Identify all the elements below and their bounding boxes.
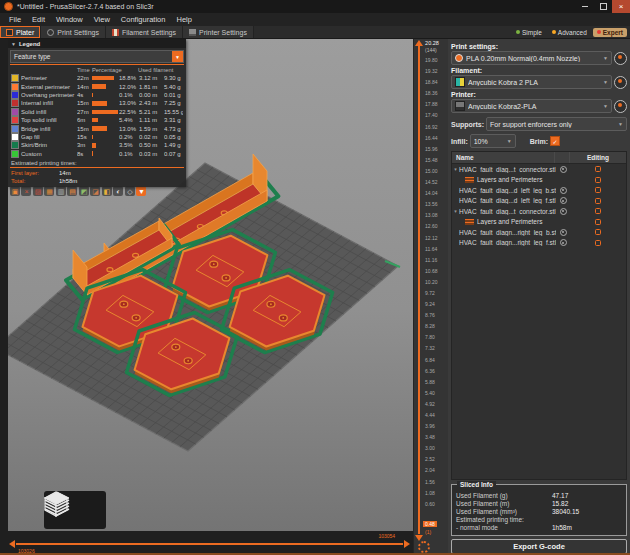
percentage-bar xyxy=(92,93,119,98)
printer-gear-button[interactable] xyxy=(614,100,627,113)
preview-view-icon[interactable] xyxy=(44,491,70,517)
object-list-row[interactable]: ▾ HVAC_fault_diagn...right_leg_b.stl xyxy=(452,227,626,238)
printer-combo[interactable]: Anycubic Kobra2-PLA ▼ xyxy=(451,99,612,113)
feature-color-swatch xyxy=(11,99,19,107)
add-instance-icon[interactable]: ◩ xyxy=(79,186,89,196)
delete-icon[interactable]: × xyxy=(21,186,31,196)
delete-all-icon[interactable]: ▨ xyxy=(33,186,43,196)
moves-slider-left-handle[interactable] xyxy=(9,540,15,548)
menu-item[interactable]: Window xyxy=(51,15,88,24)
layer-tick-label: 18.84 xyxy=(414,77,448,88)
legend-row: Solid infill 27m 22.5% 5.21 m 15.55 g xyxy=(8,108,186,116)
layer-tick-label: 4.92 xyxy=(414,399,448,410)
mode-dot-icon xyxy=(516,30,520,34)
mode-button[interactable]: Expert xyxy=(593,28,627,37)
menu-item[interactable]: Configuration xyxy=(116,15,171,24)
layer-tick-label: 10.68 xyxy=(414,266,448,277)
moves-slider-track[interactable] xyxy=(16,543,403,545)
legend-header[interactable]: ▼ Legend xyxy=(8,39,186,48)
printing-time-row: Total: 1h58m xyxy=(8,177,186,185)
brim-checkbox[interactable]: ✓ xyxy=(550,136,560,146)
object-list-row[interactable]: ▾ Layers and Perimeters xyxy=(452,217,626,228)
menu-item[interactable]: Help xyxy=(171,15,196,24)
layer-slider[interactable]: 20.28 (144) 19.8019.3218.8418.3617.8817.… xyxy=(413,39,448,555)
object-list-row[interactable]: ▾ HVAC_fault_diagn...right_leg_f.stl xyxy=(452,238,626,249)
object-list-row[interactable]: ▾ HVAC_fault_diag...d_left_leg_f.stl xyxy=(452,196,626,207)
close-button[interactable]: × xyxy=(612,0,630,13)
edit-gear-icon[interactable] xyxy=(595,219,601,225)
menu-item[interactable]: View xyxy=(89,15,115,24)
layer-tick-label: 11.64 xyxy=(414,244,448,255)
layer-tick-label: 16.92 xyxy=(414,122,448,133)
eye-icon[interactable] xyxy=(560,229,567,236)
expand-caret-icon[interactable]: ▾ xyxy=(452,208,459,214)
copy-icon[interactable]: ▥ xyxy=(56,186,66,196)
view-toggle xyxy=(44,491,106,529)
tab[interactable]: Plater xyxy=(0,26,41,38)
percentage-bar xyxy=(92,151,119,156)
eye-icon[interactable] xyxy=(560,197,567,204)
expand-caret-icon[interactable]: ▾ xyxy=(452,166,459,172)
maximize-button[interactable] xyxy=(594,0,612,13)
edit-gear-icon[interactable] xyxy=(595,166,601,172)
layer-tick-label: 9.72 xyxy=(414,288,448,299)
arrange-icon[interactable]: ▦ xyxy=(44,186,54,196)
paste-icon[interactable]: ▤ xyxy=(67,186,77,196)
eye-icon[interactable] xyxy=(560,208,567,215)
export-gcode-button[interactable]: Export G-code xyxy=(451,539,627,554)
window-title: *Untitled - PrusaSlicer-2.7.4 based on S… xyxy=(17,3,154,10)
filament-combo[interactable]: Anycubic Kobra 2 PLA ▼ xyxy=(451,75,612,89)
collapse-sidebar-icon[interactable]: ▼ xyxy=(136,186,146,196)
tab[interactable]: Filament Settings xyxy=(106,26,183,38)
view-type-dropdown[interactable]: Feature type ▼ xyxy=(10,50,184,63)
wireframe-view-icon[interactable]: ◇ xyxy=(125,186,135,196)
object-list-row[interactable]: ▾ HVAC_fault_diag...d_left_leg_b.stl xyxy=(452,185,626,196)
split-to-objects-icon[interactable]: ◧ xyxy=(102,186,112,196)
eye-icon[interactable] xyxy=(560,187,567,194)
edit-gear-icon[interactable] xyxy=(595,208,601,214)
feature-color-swatch xyxy=(11,116,19,124)
edit-gear-icon[interactable] xyxy=(595,198,601,204)
object-list-row[interactable]: ▾ HVAC_fault_diag...t_connector.stl xyxy=(452,164,626,175)
edit-gear-icon[interactable] xyxy=(595,187,601,193)
layer-tick-label: 8.76 xyxy=(414,310,448,321)
moves-slider-left-label: 103026 xyxy=(18,548,35,554)
legend-row: Overhang perimeter 4s 0.1% 0.00 m 0.01 g xyxy=(8,91,186,99)
viewport-3d[interactable]: ▼ Legend Feature type ▼ Time Percentage … xyxy=(8,39,413,531)
print-settings-combo[interactable]: PLA 0.20mm Normal(0.4mm Nozzle) ▼ xyxy=(451,51,612,65)
object-list-row[interactable]: ▾ Layers and Perimeters xyxy=(452,175,626,186)
minimize-button[interactable] xyxy=(576,0,594,13)
seam-position-icon[interactable]: ◐ xyxy=(113,186,123,196)
tab[interactable]: Print Settings xyxy=(41,26,106,38)
edit-gear-icon[interactable] xyxy=(595,177,601,183)
mode-button[interactable]: Simple xyxy=(512,28,546,37)
eye-column-header xyxy=(554,152,569,163)
eye-icon[interactable] xyxy=(560,239,567,246)
object-list: Name Editing ▾ HVAC_fault_diag...t_conne… xyxy=(451,151,627,480)
menu-item[interactable]: File xyxy=(4,15,26,24)
edit-gear-icon[interactable] xyxy=(595,229,601,235)
divider xyxy=(10,167,184,168)
sliced-info-row: Used Filament (m) 15.82 xyxy=(456,499,622,507)
moves-slider-right-handle[interactable] xyxy=(404,540,410,548)
object-list-row[interactable]: ▾ HVAC_fault_diag...t_connector.stl xyxy=(452,206,626,217)
infill-combo[interactable]: 10% ▼ xyxy=(470,134,516,148)
remove-instance-icon[interactable]: ◪ xyxy=(90,186,100,196)
edit-gear-icon[interactable] xyxy=(595,240,601,246)
filament-gear-button[interactable] xyxy=(614,76,627,89)
export-settings-gear-icon[interactable] xyxy=(418,541,430,553)
supports-combo[interactable]: For support enforcers only ▼ xyxy=(486,117,627,131)
eye-icon[interactable] xyxy=(560,166,567,173)
menu-item[interactable]: Edit xyxy=(27,15,50,24)
mode-button[interactable]: Advanced xyxy=(548,28,591,37)
tab[interactable]: Printer Settings xyxy=(183,26,254,38)
left-edge-strip xyxy=(0,39,8,555)
add-icon[interactable]: ▣ xyxy=(10,186,20,196)
print-settings-gear-button[interactable] xyxy=(614,52,627,65)
layer-tick-label: 2.52 xyxy=(414,454,448,465)
percentage-bar xyxy=(92,143,119,148)
dropdown-arrow-icon: ▼ xyxy=(172,51,183,62)
layer-tick-label: 15.48 xyxy=(414,155,448,166)
gcode-moves-slider[interactable]: 103054 103026 xyxy=(8,531,413,555)
layer-slider-bottom-handle[interactable] xyxy=(415,535,423,541)
